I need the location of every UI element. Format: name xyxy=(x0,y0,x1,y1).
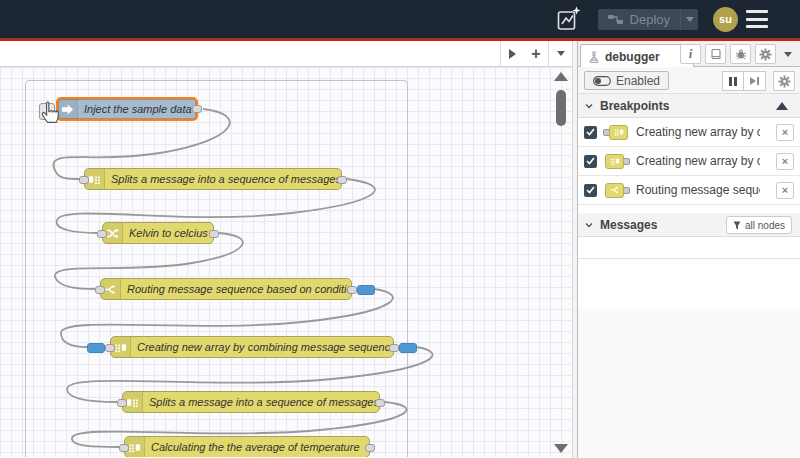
message-filter-button[interactable]: all nodes xyxy=(726,216,792,234)
node-split[interactable]: Splits a message into a sequence of mess… xyxy=(84,168,342,190)
sidebar: debugger i xyxy=(578,41,800,458)
node-icon-box xyxy=(58,99,78,119)
check-icon xyxy=(586,186,595,194)
port-out[interactable] xyxy=(347,286,357,294)
join-icon xyxy=(114,341,127,354)
breakpoint-badge[interactable] xyxy=(87,343,105,353)
sidebar-background xyxy=(578,309,800,458)
port-out[interactable] xyxy=(337,176,347,184)
bug-icon xyxy=(735,48,747,60)
messages-section-header[interactable]: Messages all nodes xyxy=(578,213,800,237)
breakpoint-delete-button[interactable]: × xyxy=(776,124,794,141)
deploy-caret-button[interactable] xyxy=(680,9,698,30)
node-change[interactable]: Kelvin to celcius xyxy=(102,222,214,244)
port-in[interactable] xyxy=(105,344,115,352)
workspace: + Inject the sample data Splits a messag… xyxy=(0,41,572,458)
flow-tabs-strip: + xyxy=(0,41,572,67)
breakpoint-label: Creating new array by combining message … xyxy=(636,125,760,139)
chevron-down-icon xyxy=(585,102,593,110)
user-avatar[interactable]: su xyxy=(713,7,738,32)
port-in[interactable] xyxy=(79,176,89,184)
change-icon xyxy=(106,227,119,240)
flow-list-caret-icon xyxy=(557,51,565,56)
pause-icon xyxy=(729,77,737,86)
settings-sidebar-button[interactable] xyxy=(755,44,776,64)
port-in[interactable] xyxy=(117,399,127,407)
toggle-icon xyxy=(593,76,611,86)
breakpoint-checkbox[interactable] xyxy=(584,126,597,139)
debugger-settings-button[interactable] xyxy=(773,71,795,91)
pause-button[interactable] xyxy=(722,71,744,91)
play-icon xyxy=(509,49,516,59)
info-icon: i xyxy=(689,46,693,62)
step-icon xyxy=(749,76,760,86)
chevron-down-icon xyxy=(585,221,593,229)
port-out[interactable] xyxy=(389,344,399,352)
port-out[interactable] xyxy=(192,105,202,113)
flow-list-button[interactable] xyxy=(548,41,572,66)
port-out[interactable] xyxy=(365,444,375,452)
ai-assistant-icon[interactable] xyxy=(557,6,581,32)
node-label: Splits a message into a sequence of mess… xyxy=(123,392,379,412)
messages-title: Messages xyxy=(600,218,657,232)
breakpoint-delete-button[interactable]: × xyxy=(776,182,794,199)
port-in[interactable] xyxy=(119,444,129,452)
flask-icon xyxy=(589,51,599,63)
breakpoint-list-item[interactable]: Creating new array by combining message … xyxy=(578,118,800,147)
port-in[interactable] xyxy=(95,286,105,294)
breakpoint-checkbox[interactable] xyxy=(584,155,597,168)
scroll-to-top-icon[interactable] xyxy=(776,102,788,110)
canvas-scrollbar-thumb[interactable] xyxy=(556,90,566,126)
step-button[interactable] xyxy=(744,71,766,91)
tab-debugger-label: debugger xyxy=(605,50,660,64)
switch-icon xyxy=(610,185,620,195)
breakpoint-node-icon xyxy=(603,125,630,140)
breakpoint-list-item[interactable]: Creating new array by combining message … xyxy=(578,147,800,176)
breakpoints-section-header[interactable]: Breakpoints xyxy=(578,94,800,118)
check-icon xyxy=(586,128,595,136)
breakpoint-checkbox[interactable] xyxy=(584,184,597,197)
filter-label: all nodes xyxy=(745,220,785,231)
debugger-enabled-toggle[interactable]: Enabled xyxy=(584,71,669,90)
node-join[interactable]: Creating new array by combining message … xyxy=(110,336,394,358)
tab-debugger[interactable]: debugger xyxy=(580,44,694,68)
breakpoint-delete-button[interactable]: × xyxy=(776,153,794,170)
node-label: Calculating the the average of temperatu… xyxy=(125,437,369,457)
breakpoint-list-item[interactable]: Routing message sequence based on condit… xyxy=(578,176,800,205)
deploy-label: Deploy xyxy=(630,12,670,27)
join-icon xyxy=(614,127,624,137)
spacer xyxy=(578,205,800,213)
node-inject[interactable]: Inject the sample data xyxy=(56,97,198,121)
split-icon xyxy=(88,173,101,186)
library-sidebar-button[interactable] xyxy=(705,44,726,64)
canvas-scroll-up-button[interactable] xyxy=(554,72,568,81)
breakpoint-badge[interactable] xyxy=(357,285,375,295)
node-label: Creating new array by combining message … xyxy=(111,337,393,357)
add-flow-button[interactable]: + xyxy=(524,41,548,66)
port-out[interactable] xyxy=(209,230,219,238)
sidebar-expand-button[interactable] xyxy=(780,52,796,57)
expand-caret-icon xyxy=(784,52,792,57)
port-in[interactable] xyxy=(97,230,107,238)
breakpoint-node-icon xyxy=(603,183,630,198)
caret-down-icon xyxy=(686,17,694,22)
node-join[interactable]: Calculating the the average of temperatu… xyxy=(124,436,370,457)
split-icon xyxy=(126,396,139,409)
canvas-scroll-down-button[interactable] xyxy=(554,444,568,453)
node-split[interactable]: Splits a message into a sequence of mess… xyxy=(122,391,380,413)
header-bar: Deploy su xyxy=(0,0,800,38)
inject-run-button[interactable] xyxy=(39,103,55,120)
tab-scroll-button[interactable] xyxy=(500,41,524,66)
debug-sidebar-button[interactable] xyxy=(730,44,751,64)
breakpoint-badge[interactable] xyxy=(399,343,417,353)
info-sidebar-button[interactable]: i xyxy=(680,44,701,64)
port-out[interactable] xyxy=(375,399,385,407)
breakpoint-label: Creating new array by combining message … xyxy=(636,154,760,168)
main-menu-button[interactable] xyxy=(746,10,768,28)
deploy-button[interactable]: Deploy xyxy=(598,9,698,30)
node-switch[interactable]: Routing message sequence based on condit… xyxy=(100,278,352,300)
settings-icon xyxy=(759,48,772,61)
inject-icon xyxy=(61,103,74,116)
messages-empty-area xyxy=(578,237,800,259)
flow-canvas[interactable]: Inject the sample data Splits a message … xyxy=(0,67,572,457)
